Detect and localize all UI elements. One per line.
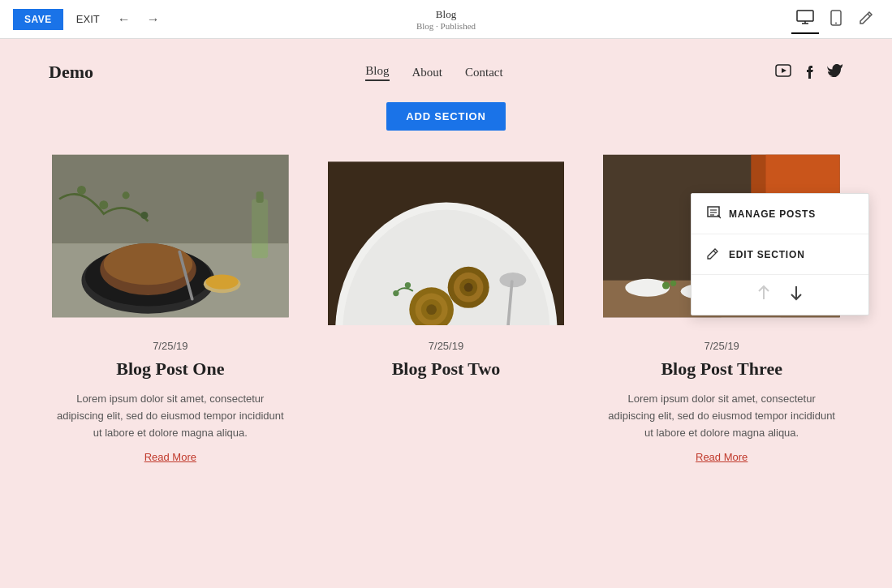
svg-point-13	[104, 243, 192, 285]
undo-button[interactable]: ←	[113, 9, 136, 30]
svg-point-30	[426, 304, 437, 315]
svg-point-16	[206, 274, 239, 289]
read-more-1[interactable]: Read More	[144, 451, 196, 463]
site-social-icons	[775, 62, 843, 83]
add-section-button[interactable]: ADD SECTION	[386, 102, 505, 131]
svg-line-71	[713, 251, 716, 253]
manage-posts-label: MANAGE POSTS	[729, 208, 816, 220]
context-menu: MANAGE POSTS EDIT SECTION	[691, 193, 869, 315]
svg-point-34	[463, 283, 472, 292]
edit-section-item[interactable]: EDIT SECTION	[692, 234, 868, 275]
topbar-left: SAVE EXIT ← →	[13, 8, 165, 30]
blog-excerpt-1: Lorem ipsum dolor sit amet, consectetur …	[52, 391, 289, 441]
svg-rect-23	[52, 155, 289, 243]
svg-point-67	[670, 281, 676, 286]
twitter-icon[interactable]	[827, 63, 843, 81]
blog-excerpt-3: Lorem ipsum dolor sit amet, consectetur …	[603, 391, 840, 441]
youtube-icon[interactable]	[775, 64, 791, 81]
site-menu: Blog About Contact	[365, 64, 502, 81]
svg-point-49	[393, 290, 399, 296]
move-up-button[interactable]	[757, 285, 770, 305]
manage-posts-item[interactable]: MANAGE POSTS	[692, 194, 868, 234]
save-button[interactable]: SAVE	[13, 9, 63, 30]
mobile-view-button[interactable]	[825, 5, 847, 34]
nav-item-contact[interactable]: Contact	[465, 66, 503, 79]
page-title: Blog	[416, 8, 476, 21]
svg-line-5	[868, 14, 870, 16]
blog-image-2	[328, 147, 565, 325]
nav-item-blog[interactable]: Blog	[365, 64, 389, 81]
blog-date-2: 7/25/19	[429, 340, 463, 352]
topbar-right	[791, 5, 879, 34]
svg-point-66	[662, 282, 670, 290]
page-subtitle: Blog · Published	[416, 21, 476, 31]
blog-title-2: Blog Post Two	[392, 358, 501, 380]
topbar: SAVE EXIT ← → Blog Blog · Published	[0, 0, 892, 39]
exit-button[interactable]: EXIT	[70, 8, 106, 30]
redo-button[interactable]: →	[142, 9, 165, 30]
move-down-button[interactable]	[790, 285, 803, 305]
blog-title-1: Blog Post One	[116, 358, 224, 380]
blog-card-1: 7/25/19 Blog Post One Lorem ipsum dolor …	[32, 147, 308, 483]
site-preview-area: Demo Blog About Contact	[0, 39, 892, 588]
blog-title-3: Blog Post Three	[661, 358, 782, 380]
add-section-row: ADD SECTION	[0, 102, 892, 131]
topbar-center: Blog Blog · Published	[416, 8, 476, 31]
site-logo: Demo	[49, 62, 93, 83]
read-more-3[interactable]: Read More	[696, 451, 748, 463]
facebook-icon[interactable]	[804, 62, 814, 83]
reorder-arrows	[692, 275, 868, 315]
manage-posts-icon	[706, 205, 721, 222]
blog-card-2: 7/25/19 Blog Post Two	[308, 147, 584, 483]
site-navigation: Demo Blog About Contact	[0, 39, 892, 96]
edit-mode-button[interactable]	[853, 5, 879, 34]
svg-point-4	[835, 22, 837, 24]
desktop-view-button[interactable]	[791, 5, 819, 34]
svg-point-50	[404, 282, 410, 288]
svg-rect-0	[797, 11, 813, 21]
edit-section-label: EDIT SECTION	[729, 249, 805, 260]
edit-section-icon	[706, 246, 721, 263]
nav-item-about[interactable]: About	[412, 66, 443, 79]
svg-marker-7	[782, 68, 786, 73]
blog-date-3: 7/25/19	[704, 340, 739, 352]
blog-image-1	[52, 147, 289, 325]
blog-date-1: 7/25/19	[153, 340, 187, 352]
